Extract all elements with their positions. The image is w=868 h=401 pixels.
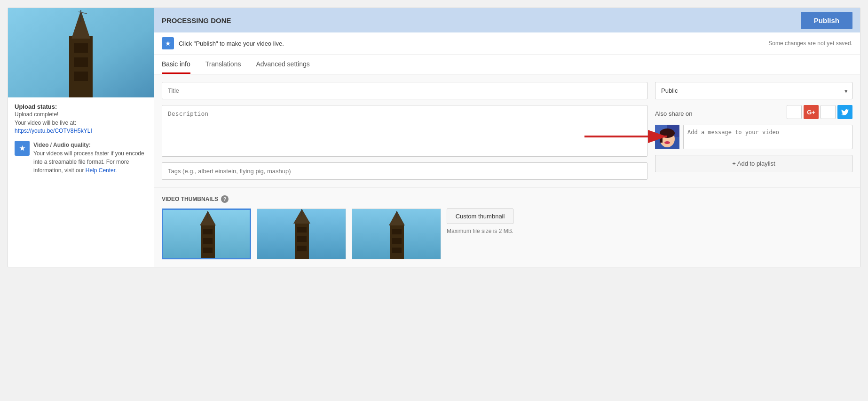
visibility-select[interactable]: Public Unlisted Private: [655, 82, 852, 99]
svg-rect-22: [203, 248, 213, 253]
svg-rect-28: [297, 236, 307, 242]
share-message-section: [655, 125, 852, 149]
info-bar: ★ Click "Publish" to make your video liv…: [154, 32, 860, 55]
video-preview-thumbnail: [8, 8, 154, 97]
svg-rect-15: [660, 133, 663, 143]
quality-star-icon: ★: [15, 141, 30, 156]
video-live-label: Your video will be live at:: [15, 120, 147, 126]
form-area: Public Unlisted Private Also share on G+: [154, 74, 860, 187]
main-content: PROCESSING DONE Publish ★ Click "Publish…: [154, 8, 860, 267]
sidebar: Upload status: Upload complete! Your vid…: [8, 8, 154, 267]
svg-rect-4: [74, 57, 88, 67]
tags-input[interactable]: [162, 162, 647, 180]
upload-status-label: Upload status:: [15, 103, 147, 110]
svg-rect-29: [297, 246, 307, 251]
svg-rect-34: [392, 229, 402, 234]
video-link[interactable]: https://youtu.be/COTV8H5kYLI: [15, 128, 92, 134]
share-gplus-button[interactable]: G+: [804, 105, 819, 119]
quality-section: ★ Video / Audio quality: Your videos wil…: [15, 141, 147, 175]
share-avatar-row: [655, 125, 852, 149]
top-bar: PROCESSING DONE Publish: [154, 8, 860, 32]
share-checkbox-gplus[interactable]: [787, 105, 802, 119]
svg-rect-27: [297, 227, 307, 233]
svg-rect-3: [74, 43, 88, 53]
tabs-bar: Basic info Translations Advanced setting…: [154, 55, 860, 74]
thumbnails-row: Custom thumbnail Maximum file size is 2 …: [162, 209, 852, 259]
info-bar-text: Click "Publish" to make your video live.: [179, 40, 284, 47]
visibility-select-wrapper: Public Unlisted Private: [655, 82, 852, 99]
max-file-size-text: Maximum file size is 2 MB.: [447, 228, 513, 234]
form-right: Public Unlisted Private Also share on G+: [655, 82, 852, 180]
publish-button[interactable]: Publish: [801, 12, 852, 29]
svg-rect-21: [203, 238, 213, 244]
not-saved-text: Some changes are not yet saved.: [768, 40, 852, 47]
svg-rect-35: [392, 238, 402, 244]
title-input[interactable]: [162, 82, 647, 99]
share-message-input[interactable]: [683, 125, 852, 149]
user-avatar: [655, 125, 679, 149]
tab-translations[interactable]: Translations: [205, 55, 241, 74]
thumbnail-3[interactable]: [352, 209, 441, 259]
thumbnails-section: VIDEO THUMBNAILS ?: [154, 187, 860, 267]
help-center-link[interactable]: Help Center.: [86, 167, 117, 174]
add-to-playlist-button[interactable]: + Add to playlist: [655, 155, 852, 172]
thumbnail-1[interactable]: [162, 209, 251, 259]
custom-thumbnail-button[interactable]: Custom thumbnail: [447, 209, 513, 224]
share-row: Also share on G+: [655, 105, 852, 119]
info-star-icon: ★: [162, 37, 174, 49]
svg-rect-5: [74, 72, 88, 81]
thumbnails-help-icon[interactable]: ?: [221, 195, 229, 203]
svg-rect-20: [203, 229, 213, 234]
share-label: Also share on: [655, 107, 693, 117]
share-buttons: G+: [787, 105, 852, 119]
form-left: [162, 82, 647, 180]
custom-thumbnail-section: Custom thumbnail Maximum file size is 2 …: [447, 209, 513, 234]
svg-point-16: [664, 141, 670, 144]
sidebar-info: Upload status: Upload complete! Your vid…: [8, 97, 154, 180]
svg-rect-36: [392, 248, 402, 253]
description-input[interactable]: [162, 105, 647, 157]
quality-label: Video / Audio quality:: [33, 142, 91, 148]
quality-text: Video / Audio quality: Your videos will …: [33, 141, 147, 175]
share-checkbox-twitter[interactable]: [821, 105, 836, 119]
thumbnails-title: VIDEO THUMBNAILS ?: [162, 195, 852, 203]
share-twitter-button[interactable]: [837, 105, 852, 119]
info-bar-left: ★ Click "Publish" to make your video liv…: [162, 37, 284, 49]
thumbnail-2[interactable]: [257, 209, 346, 259]
processing-status: PROCESSING DONE: [162, 16, 231, 24]
tab-basic-info[interactable]: Basic info: [162, 55, 190, 74]
upload-complete-text: Upload complete!: [15, 111, 147, 118]
tab-advanced-settings[interactable]: Advanced settings: [256, 55, 309, 74]
